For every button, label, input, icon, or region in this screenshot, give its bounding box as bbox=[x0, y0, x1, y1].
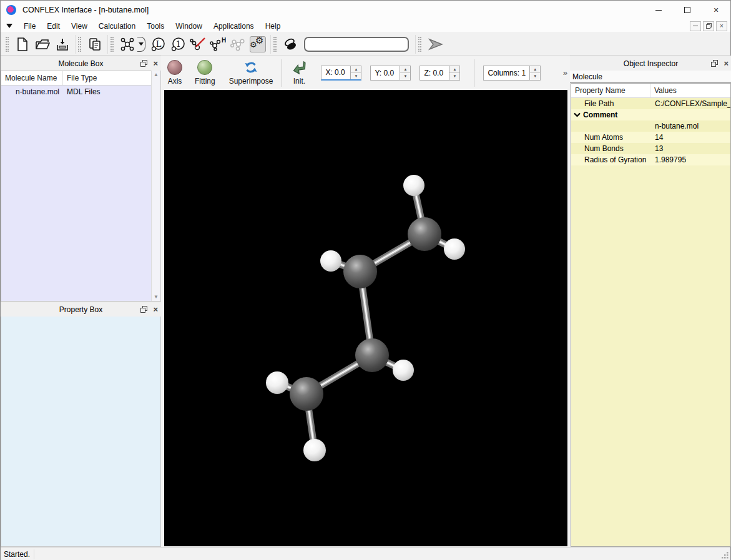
mdi-minimize-button[interactable] bbox=[690, 21, 701, 31]
toolbar-overflow-chevron[interactable]: » bbox=[563, 68, 567, 77]
command-input[interactable] bbox=[304, 37, 409, 52]
run-button[interactable] bbox=[427, 36, 443, 52]
edit-bond-button[interactable] bbox=[190, 36, 206, 52]
dropdown-arrow-icon bbox=[139, 42, 144, 46]
menu-window[interactable]: Window bbox=[170, 20, 208, 32]
toolbar-drag-handle[interactable] bbox=[6, 37, 9, 52]
toolbar-drag-handle[interactable] bbox=[78, 37, 81, 52]
columns-spinner-buttons[interactable]: ▲▼ bbox=[529, 66, 540, 80]
toolbar-separator bbox=[282, 59, 282, 87]
close-panel-icon[interactable]: × bbox=[153, 305, 158, 314]
toolbar-drag-handle[interactable] bbox=[418, 37, 421, 52]
open-file-button[interactable] bbox=[34, 36, 51, 52]
hydrogen-atom[interactable] bbox=[403, 175, 424, 196]
init-button[interactable]: Init. bbox=[287, 59, 311, 87]
resize-grip[interactable] bbox=[721, 551, 729, 559]
property-row-num-atoms[interactable]: Num Atoms 14 bbox=[571, 132, 730, 143]
auto-build-faded-icon bbox=[230, 37, 246, 52]
object-inspector-title: Object Inspector bbox=[624, 59, 678, 68]
mdi-minimize-icon bbox=[693, 26, 698, 26]
axis-button[interactable]: Axis bbox=[164, 59, 186, 87]
scroll-down-icon[interactable]: ▼ bbox=[152, 294, 160, 300]
menu-view[interactable]: View bbox=[66, 20, 93, 32]
column-file-type[interactable]: File Type bbox=[63, 74, 97, 82]
maximize-button[interactable] bbox=[673, 1, 702, 19]
new-file-button[interactable] bbox=[14, 36, 31, 52]
x-spinner-buttons[interactable]: ▲▼ bbox=[350, 66, 361, 79]
molecule-list-item[interactable]: n-butane.mol MDL Files bbox=[1, 86, 160, 98]
carbon-atom[interactable] bbox=[290, 377, 323, 411]
toolbar-drag-handle[interactable] bbox=[273, 37, 277, 52]
menu-edit[interactable]: Edit bbox=[41, 20, 66, 32]
molecule-3d-viewport[interactable] bbox=[164, 90, 567, 546]
y-spinner-buttons[interactable]: ▲▼ bbox=[400, 66, 410, 80]
build-molecule-dropdown[interactable] bbox=[137, 37, 145, 52]
left-dock: Molecule Box × Molecule Name File Type n… bbox=[1, 56, 161, 547]
hydrogen-atom[interactable] bbox=[393, 360, 414, 381]
float-panel-icon[interactable] bbox=[140, 305, 148, 313]
menu-tools[interactable]: Tools bbox=[141, 20, 170, 32]
mdi-close-button[interactable]: × bbox=[716, 21, 727, 31]
build-molecule-button[interactable] bbox=[119, 36, 135, 52]
close-panel-icon[interactable]: × bbox=[724, 59, 729, 68]
mdi-restore-button[interactable] bbox=[703, 21, 714, 31]
chevron-down-icon[interactable] bbox=[574, 112, 581, 117]
hydrogen-atom[interactable] bbox=[444, 238, 465, 260]
spin-down-icon: ▼ bbox=[400, 73, 410, 80]
mdi-restore-icon bbox=[705, 22, 712, 29]
close-button[interactable]: × bbox=[702, 1, 730, 19]
mdi-system-menu-icon[interactable] bbox=[6, 24, 12, 28]
label-1-button[interactable]: 1 bbox=[170, 36, 186, 52]
clean-bean-icon bbox=[283, 37, 298, 51]
property-row-radius-of-gyration[interactable]: Radius of Gyration 1.989795 bbox=[571, 154, 730, 165]
save-button[interactable] bbox=[54, 36, 71, 52]
fitting-button[interactable]: Fitting bbox=[191, 59, 219, 87]
window-title: CONFLEX Interface - [n-butane.mol] bbox=[22, 6, 149, 14]
carbon-atom[interactable] bbox=[355, 338, 389, 372]
open-folder-icon bbox=[35, 38, 50, 51]
scroll-up-icon[interactable]: ▲ bbox=[152, 72, 160, 77]
add-hydrogen-icon: H bbox=[210, 37, 226, 52]
close-panel-icon[interactable]: × bbox=[153, 59, 158, 68]
settings-button[interactable]: ⚙⚙ bbox=[250, 36, 266, 52]
inspector-table-header: Property Name Values bbox=[571, 84, 730, 98]
x-spinbox[interactable]: X: 0.0 ▲▼ bbox=[321, 66, 361, 81]
fitting-sphere-icon bbox=[197, 60, 212, 75]
superimpose-button[interactable]: Superimpose bbox=[225, 59, 277, 87]
columns-spinbox[interactable]: Columns: 1 ▲▼ bbox=[483, 66, 541, 81]
column-values[interactable]: Values bbox=[650, 86, 677, 95]
property-row-num-bonds[interactable]: Num Bonds 13 bbox=[571, 143, 730, 154]
float-panel-icon[interactable] bbox=[140, 59, 148, 67]
inspector-empty-area bbox=[571, 165, 730, 546]
property-row-file-path[interactable]: File Path C:/CONFLEX/Sample_... bbox=[571, 98, 730, 109]
menu-applications[interactable]: Applications bbox=[208, 20, 260, 32]
hydrogen-atom[interactable] bbox=[320, 250, 341, 272]
menu-calculation[interactable]: Calculation bbox=[93, 20, 141, 32]
property-row-comment[interactable]: Comment bbox=[571, 109, 730, 120]
add-hydrogen-button[interactable]: H bbox=[210, 36, 226, 52]
inspector-tab-molecule[interactable]: Molecule bbox=[570, 71, 731, 83]
z-spinbox[interactable]: Z: 0.0 ▲▼ bbox=[419, 66, 460, 81]
hydrogen-atom[interactable] bbox=[266, 371, 288, 394]
z-spinner-buttons[interactable]: ▲▼ bbox=[449, 66, 459, 80]
label-l-button[interactable]: L bbox=[150, 36, 166, 52]
column-property-name[interactable]: Property Name bbox=[571, 84, 650, 97]
carbon-atom[interactable] bbox=[343, 255, 377, 288]
init-arrow-icon bbox=[291, 60, 307, 75]
copy-paste-button[interactable] bbox=[87, 36, 103, 52]
column-molecule-name[interactable]: Molecule Name bbox=[1, 71, 63, 85]
molecule-list-scrollbar[interactable]: ▲ ▼ bbox=[151, 71, 160, 301]
clean-structure-button[interactable] bbox=[282, 36, 298, 52]
minimize-button[interactable] bbox=[644, 1, 673, 19]
hydrogen-atom[interactable] bbox=[303, 439, 326, 461]
inspector-table: Property Name Values File Path C:/CONFLE… bbox=[571, 83, 731, 547]
auto-build-button[interactable] bbox=[230, 36, 246, 52]
toolbar-drag-handle[interactable] bbox=[110, 37, 114, 52]
carbon-atom[interactable] bbox=[408, 217, 441, 251]
menu-file[interactable]: File bbox=[18, 20, 41, 32]
y-spinbox[interactable]: Y: 0.0 ▲▼ bbox=[370, 66, 411, 81]
menu-help[interactable]: Help bbox=[260, 20, 287, 32]
object-inspector: Object Inspector × Molecule Property Nam… bbox=[570, 56, 731, 547]
property-row-comment-value[interactable]: n-butane.mol bbox=[571, 120, 730, 132]
float-panel-icon[interactable] bbox=[710, 59, 719, 67]
